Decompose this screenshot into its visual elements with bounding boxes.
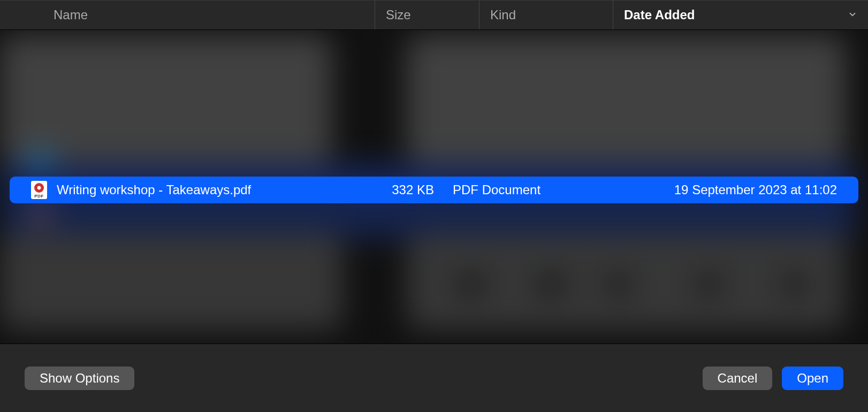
file-kind: PDF Document [453,182,587,197]
column-header-size[interactable]: Size [375,1,479,29]
column-header-name-label: Name [54,7,88,22]
column-header-row: Name Size Kind Date Added [0,0,868,30]
pdf-file-icon [31,181,47,199]
column-header-kind-label: Kind [490,7,516,22]
column-header-date-added[interactable]: Date Added [613,1,863,29]
column-header-date-added-label: Date Added [624,7,695,22]
column-header-size-label: Size [386,7,411,22]
cancel-button[interactable]: Cancel [703,367,773,390]
file-name: Writing workshop - Takeaways.pdf [57,182,375,197]
file-row-selected[interactable]: Writing workshop - Takeaways.pdf 332 KB … [10,177,858,203]
sort-indicator [848,7,857,22]
open-button[interactable]: Open [782,367,843,390]
show-options-button[interactable]: Show Options [25,367,134,390]
dialog-footer: Show Options Cancel Open [0,344,868,412]
file-list[interactable]: Writing workshop - Takeaways.pdf 332 KB … [0,30,868,344]
file-size: 332 KB [375,182,453,197]
column-header-name[interactable]: Name [21,1,375,29]
chevron-down-icon [848,10,857,19]
file-date-added: 19 September 2023 at 11:02 [587,182,858,197]
column-header-kind[interactable]: Kind [479,1,613,29]
